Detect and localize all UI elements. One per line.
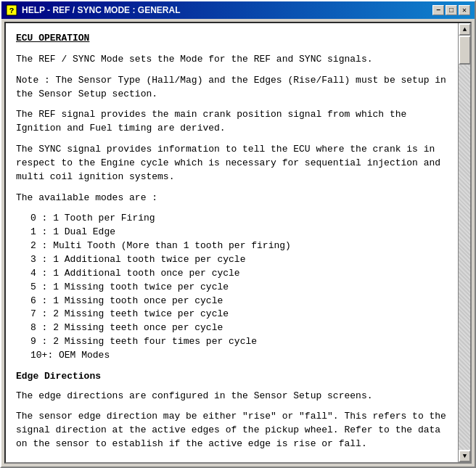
main-window: ? HELP - REF / SYNC MODE : GENERAL − □ ✕… xyxy=(0,0,476,468)
paragraph-3: The REF signal provides the main crank p… xyxy=(16,108,448,136)
mode-item: 2 : Multi Tooth (More than 1 tooth per f… xyxy=(30,239,448,253)
scroll-down-button[interactable]: ▼ xyxy=(459,450,471,462)
scroll-thumb[interactable] xyxy=(459,36,471,65)
svg-text:?: ? xyxy=(9,7,15,15)
section-title: ECU OPERATION xyxy=(16,32,448,46)
minimize-button[interactable]: − xyxy=(432,5,444,15)
paragraph-6: The edge directions are configured in th… xyxy=(16,390,448,403)
title-bar-left: ? HELP - REF / SYNC MODE : GENERAL xyxy=(6,4,180,16)
paragraph-2: Note : The Sensor Type (Hall/Mag) and th… xyxy=(16,74,448,102)
paragraph-4: The SYNC signal provides information to … xyxy=(16,143,448,184)
paragraph-7: The sensor edge direction may be either … xyxy=(16,410,448,451)
scroll-up-button[interactable]: ▲ xyxy=(459,23,471,36)
mode-item: 1 : 1 Dual Edge xyxy=(30,226,448,239)
paragraph-1: The REF / SYNC Mode sets the Mode for th… xyxy=(16,53,448,67)
paragraph-5: The available modes are : xyxy=(16,192,448,205)
mode-item: 0 : 1 Tooth per Firing xyxy=(30,212,448,226)
window-title: HELP - REF / SYNC MODE : GENERAL xyxy=(22,5,180,15)
scrollbar: ▲ ▼ xyxy=(458,23,470,462)
mode-item: 4 : 1 Additional tooth once per cycle xyxy=(30,267,448,281)
maximize-button[interactable]: □ xyxy=(446,5,457,15)
text-content[interactable]: ECU OPERATION The REF / SYNC Mode sets t… xyxy=(6,23,458,462)
sub-title: Edge Directions xyxy=(16,370,448,384)
window-icon: ? xyxy=(6,4,17,16)
mode-item: 3 : 1 Additional tooth twice per cycle xyxy=(30,253,448,267)
scroll-track[interactable] xyxy=(459,36,470,450)
mode-item: 5 : 1 Missing tooth twice per cycle xyxy=(30,281,448,295)
mode-item: 10+: OEM Modes xyxy=(30,349,448,363)
mode-item: 7 : 2 Missing teeth twice per cycle xyxy=(30,308,448,321)
mode-item: 9 : 2 Missing teeth four times per cycle xyxy=(30,335,448,349)
close-button[interactable]: ✕ xyxy=(459,5,470,15)
modes-list: 0 : 1 Tooth per Firing1 : 1 Dual Edge2 :… xyxy=(30,212,448,362)
mode-item: 8 : 2 Missing teeth once per cycle xyxy=(30,321,448,335)
title-bar: ? HELP - REF / SYNC MODE : GENERAL − □ ✕ xyxy=(1,1,475,19)
mode-item: 6 : 1 Missing tooth once per cycle xyxy=(30,295,448,308)
content-area: ECU OPERATION The REF / SYNC Mode sets t… xyxy=(4,22,472,464)
title-buttons: − □ ✕ xyxy=(432,5,470,15)
